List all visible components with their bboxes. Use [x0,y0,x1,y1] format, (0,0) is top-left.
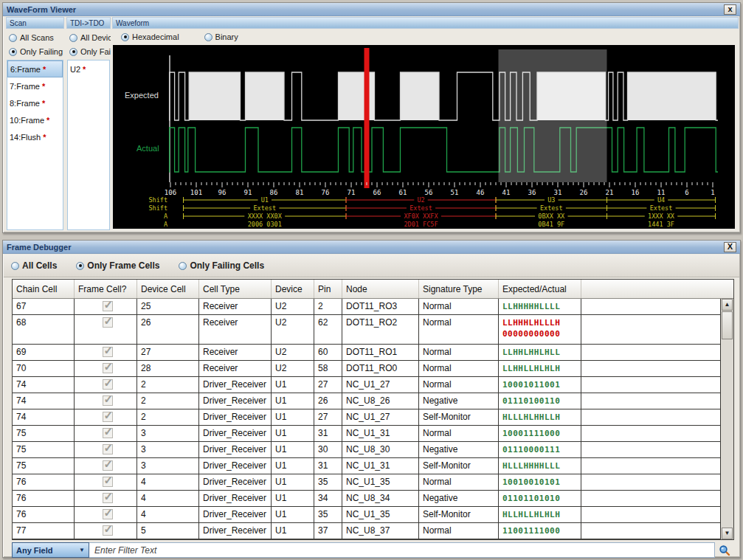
item-label: 6:Frame [10,65,41,74]
table-row[interactable]: 74✓2Driver_ReceiverU126NC_U8_26Negative0… [13,393,720,409]
table-row[interactable]: 76✓4Driver_ReceiverU135NC_U1_35Self-Moni… [13,507,720,523]
table-row[interactable]: 76✓4Driver_ReceiverU134NC_U8_34Negative0… [13,491,720,507]
radio-binary[interactable]: Binary [204,32,238,41]
axis-tick-label: 86 [270,189,278,196]
annotation-row-label: A [164,221,167,228]
cell-signature_type: Normal [419,361,499,376]
frame-debugger-titlebar[interactable]: Frame Debugger X [3,241,740,254]
scrollbar-thumb[interactable] [722,311,733,339]
column-header-node[interactable]: Node [342,280,419,298]
scroll-up-icon[interactable]: ▲ [722,299,733,311]
radio-icon [11,262,19,270]
axis-tick-label: 76 [322,189,330,196]
filter-field-dropdown[interactable]: Any Field ▼ [12,542,89,558]
column-header-signature-type[interactable]: Signature Type [419,280,499,298]
table-row[interactable]: 75✓3Driver_ReceiverU131NC_U1_31Self-Moni… [13,458,720,474]
frame-cell-checkbox[interactable]: ✓ [75,507,137,522]
scan-item-6-frame[interactable]: 6:Frame* [7,61,63,77]
cell-chain_cell: 75 [13,442,75,457]
frame-cell-checkbox[interactable]: ✓ [75,315,137,344]
frame-cell-checkbox[interactable]: ✓ [75,409,137,425]
column-header-pin[interactable]: Pin [314,280,342,298]
scan-item-10-frame[interactable]: 10:Frame* [7,111,63,128]
table-row[interactable]: 74✓2Driver_ReceiverU127NC_U1_27Normal100… [13,377,720,393]
waveform-viewer-titlebar[interactable]: WaveForm Viewer x [3,3,740,16]
failing-marker: * [42,82,45,91]
radio-hexadecimal[interactable]: Hexadecimal [121,32,179,41]
filter-text-input[interactable] [89,542,715,558]
radio-only-failing-scans[interactable]: Only Failing [9,47,61,56]
cell-spacer [581,523,720,539]
cell-cell_type: Driver_Receiver [199,507,272,522]
axis-tick-label: 46 [477,189,485,196]
cell-node: NC_U1_27 [342,377,419,393]
radio-only-frame-cells[interactable]: Only Frame Cells [76,260,159,271]
scan-item-7-frame[interactable]: 7:Frame* [7,77,63,94]
cell-device: U1 [272,523,314,539]
cell-expected-actual: HLLLHLHHLLH [499,409,581,425]
cell-node: NC_U1_35 [342,507,419,522]
frame-cell-checkbox[interactable]: ✓ [75,377,137,393]
vertical-scrollbar[interactable]: ▲ ▼ [720,299,733,539]
radio-only-failing-cells[interactable]: Only Failing Cells [179,260,264,271]
cell-device_cell: 4 [137,474,199,490]
cell-pin: 34 [314,491,342,506]
signature-value: LLHHHLHLLLH [502,317,581,328]
radio-all-cells[interactable]: All Cells [11,260,57,271]
close-icon[interactable]: x [724,4,736,15]
table-row[interactable]: 75✓3Driver_ReceiverU130NC_U8_30Negative0… [13,442,720,458]
frame-cell-checkbox[interactable]: ✓ [75,361,137,376]
table-row[interactable]: 69✓27ReceiverU260DOT11_RO1NormalLLHHLHHL… [13,345,720,361]
check-icon: ✓ [104,523,114,536]
signature-value: 10001111000 [502,428,581,439]
waveform-display[interactable]: 1061019691868176716661565146413631262116… [113,45,735,229]
frame-cell-checkbox[interactable]: ✓ [75,299,137,314]
frame-cell-checkbox[interactable]: ✓ [75,426,137,441]
radio-all-scans[interactable]: All Scans [9,33,61,42]
frame-cell-checkbox[interactable]: ✓ [75,393,137,409]
frame-cell-checkbox[interactable]: ✓ [75,491,137,506]
cell-expected-actual: 10001011001 [499,377,581,393]
cell-device_cell: 25 [137,299,199,314]
table-row[interactable]: 68✓26ReceiverU262DOT11_RO2NormalLLHHHLHL… [13,315,720,345]
close-icon[interactable]: X [724,242,736,252]
cell-cell_type: Driver_Receiver [199,377,272,393]
frame-cell-checkbox[interactable]: ✓ [75,442,137,457]
column-header-chain-cell[interactable]: Chain Cell [13,280,75,298]
column-header-device[interactable]: Device [272,280,314,298]
frame-cell-checkbox[interactable]: ✓ [75,523,137,539]
cell-pin: 35 [314,474,342,490]
scan-item-14-flush[interactable]: 14:Flush* [7,128,63,145]
scroll-down-icon[interactable]: ▼ [722,528,733,539]
cell-pin: 31 [314,426,342,441]
cell-chain_cell: 77 [13,523,75,539]
cell-spacer [581,409,720,425]
table-row[interactable]: 67✓25ReceiverU22DOT11_RO3NormalLLHHHHHLL… [13,299,720,315]
table-row[interactable]: 77✓5Driver_ReceiverU137NC_U8_37Normal110… [13,523,720,539]
check-icon: ✓ [104,315,114,328]
table-row[interactable]: 74✓2Driver_ReceiverU127NC_U1_27Self-Moni… [13,409,720,426]
cell-pin: 26 [314,393,342,409]
cell-device: U1 [272,426,314,441]
frame-cell-checkbox[interactable]: ✓ [75,458,137,474]
column-header-expected-actual[interactable]: Expected/Actual [499,280,581,298]
scan-item-8-frame[interactable]: 8:Frame* [7,94,63,111]
column-header-device-cell[interactable]: Device Cell [137,280,199,298]
cell-filter-radio-group: All Cells Only Frame Cells Only Failing … [4,255,739,277]
column-header-cell-type[interactable]: Cell Type [199,280,272,298]
frame-cell-checkbox[interactable]: ✓ [75,345,137,360]
radio-only-failing-devices[interactable]: Only Failing [69,47,108,56]
cell-signature_type: Normal [419,474,499,490]
column-header-frame-cell-[interactable]: Frame Cell? [75,280,137,298]
cell-cell_type: Driver_Receiver [199,426,272,441]
signature-value: 10001011001 [502,379,581,390]
search-button[interactable] [715,542,734,558]
check-icon: ✓ [104,393,114,406]
table-row[interactable]: 70✓28ReceiverU258DOT11_RO0NormalLLHHLLHL… [13,361,720,377]
table-row[interactable]: 76✓4Driver_ReceiverU135NC_U1_35Normal100… [13,474,720,491]
frame-cell-checkbox[interactable]: ✓ [75,474,137,490]
device-item-u2[interactable]: U2* [68,61,109,77]
radio-all-devices[interactable]: All Devices [69,33,108,42]
checkbox: ✓ [103,395,113,406]
table-row[interactable]: 75✓3Driver_ReceiverU131NC_U1_31Normal100… [13,426,720,442]
